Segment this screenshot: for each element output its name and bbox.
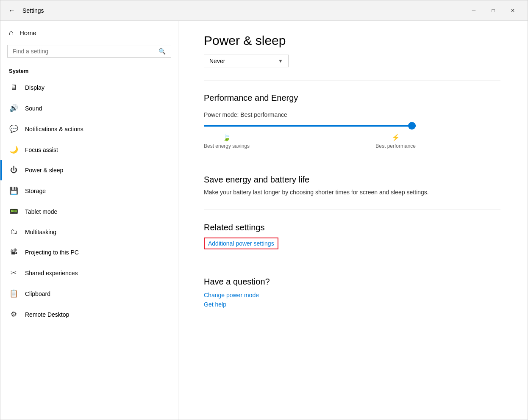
focus-icon: 🌙 [9, 145, 18, 154]
window-title: Settings [22, 7, 464, 14]
energy-savings-label: Best energy savings [204, 143, 250, 149]
power-slider-container: 🍃 Best energy savings ⚡ Best performance [204, 125, 416, 149]
sidebar-item-label: Display [25, 84, 44, 91]
save-energy-title: Save energy and battery life [204, 175, 502, 185]
multitasking-icon: 🗂 [9, 228, 18, 236]
sound-icon: 🔊 [9, 104, 18, 113]
slider-right-label: ⚡ Best performance [375, 133, 416, 149]
sidebar-item-label: Storage [25, 188, 46, 194]
sidebar-home[interactable]: ⌂ Home [0, 21, 178, 45]
remote-icon: ⚙ [9, 310, 18, 319]
search-input[interactable] [13, 48, 158, 55]
divider-1 [204, 80, 500, 80]
sidebar-item-clipboard[interactable]: 📋 Clipboard [0, 283, 178, 304]
display-icon: 🖥 [9, 83, 18, 92]
sidebar-item-label: Notifications & actions [25, 126, 83, 133]
page-title: Power & sleep [204, 33, 502, 48]
home-label: Home [19, 29, 36, 36]
settings-window: ← Settings ─ □ ✕ ⌂ Home 🔍 System 🖥 Displ… [0, 0, 528, 420]
maximize-button[interactable]: □ [484, 4, 503, 17]
sidebar-item-sound[interactable]: 🔊 Sound [0, 98, 178, 119]
dropdown-row: Never ▼ [204, 55, 502, 67]
tablet-icon: 📟 [9, 207, 18, 216]
search-icon: 🔍 [158, 48, 166, 55]
sidebar-item-display[interactable]: 🖥 Display [0, 77, 178, 98]
save-energy-desc: Make your battery last longer by choosin… [204, 188, 479, 197]
divider-2 [204, 162, 500, 162]
sidebar-item-tablet[interactable]: 📟 Tablet mode [0, 201, 178, 222]
content-area: ⌂ Home 🔍 System 🖥 Display 🔊 Sound 💬 Noti… [0, 21, 528, 420]
home-icon: ⌂ [9, 28, 14, 37]
close-button[interactable]: ✕ [503, 4, 522, 17]
clipboard-icon: 📋 [9, 289, 18, 298]
sidebar-item-notifications[interactable]: 💬 Notifications & actions [0, 119, 178, 139]
slider-left-label: 🍃 Best energy savings [204, 133, 250, 149]
sidebar: ⌂ Home 🔍 System 🖥 Display 🔊 Sound 💬 Noti… [0, 21, 178, 420]
minimize-button[interactable]: ─ [464, 4, 484, 17]
sidebar-item-focus[interactable]: 🌙 Focus assist [0, 139, 178, 160]
sidebar-item-label: Multitasking [25, 229, 56, 235]
shared-icon: ✂ [9, 268, 18, 277]
sidebar-item-label: Clipboard [25, 290, 50, 297]
slider-labels: 🍃 Best energy savings ⚡ Best performance [204, 133, 416, 149]
divider-4 [204, 264, 500, 264]
sidebar-item-power[interactable]: ⏻ Power & sleep [0, 160, 178, 180]
sidebar-item-label: Sound [25, 105, 42, 112]
slider-track[interactable] [204, 125, 416, 127]
power-icon: ⏻ [9, 166, 18, 174]
get-help-link[interactable]: Get help [204, 301, 502, 308]
sidebar-item-label: Remote Desktop [25, 311, 69, 318]
sidebar-section-label: System [0, 64, 178, 77]
sidebar-item-shared[interactable]: ✂ Shared experiences [0, 262, 178, 283]
sidebar-item-label: Projecting to this PC [25, 249, 79, 256]
search-box[interactable]: 🔍 [7, 45, 171, 58]
sidebar-item-projecting[interactable]: 📽 Projecting to this PC [0, 242, 178, 262]
sidebar-item-label: Power & sleep [25, 167, 63, 174]
slider-thumb[interactable] [408, 122, 416, 130]
perf-section-title: Performance and Energy [204, 93, 502, 103]
dropdown-value: Never [209, 58, 225, 64]
sidebar-item-remote[interactable]: ⚙ Remote Desktop [0, 304, 178, 325]
power-mode-label: Power mode: Best performance [204, 111, 502, 118]
sidebar-item-label: Shared experiences [25, 270, 78, 276]
related-settings-title: Related settings [204, 223, 502, 232]
sidebar-item-storage[interactable]: 💾 Storage [0, 180, 178, 201]
notifications-icon: 💬 [9, 124, 18, 133]
projecting-icon: 📽 [9, 248, 18, 257]
chevron-down-icon: ▼ [278, 58, 283, 64]
best-performance-label: Best performance [375, 143, 416, 149]
back-button[interactable]: ← [6, 4, 18, 17]
sidebar-item-multitasking[interactable]: 🗂 Multitasking [0, 222, 178, 242]
titlebar: ← Settings ─ □ ✕ [0, 0, 528, 21]
change-power-mode-link[interactable]: Change power mode [204, 292, 502, 298]
storage-icon: 💾 [9, 186, 18, 195]
never-dropdown[interactable]: Never ▼ [204, 55, 289, 67]
window-controls: ─ □ ✕ [464, 4, 522, 17]
main-content: Power & sleep Never ▼ Performance and En… [178, 21, 528, 420]
have-question-title: Have a question? [204, 277, 502, 287]
additional-power-settings-link[interactable]: Additional power settings [204, 238, 278, 249]
divider-3 [204, 210, 500, 210]
sidebar-item-label: Focus assist [25, 146, 58, 153]
energy-savings-icon: 🍃 [222, 133, 231, 141]
best-performance-icon: ⚡ [392, 133, 400, 141]
sidebar-item-label: Tablet mode [25, 208, 57, 215]
